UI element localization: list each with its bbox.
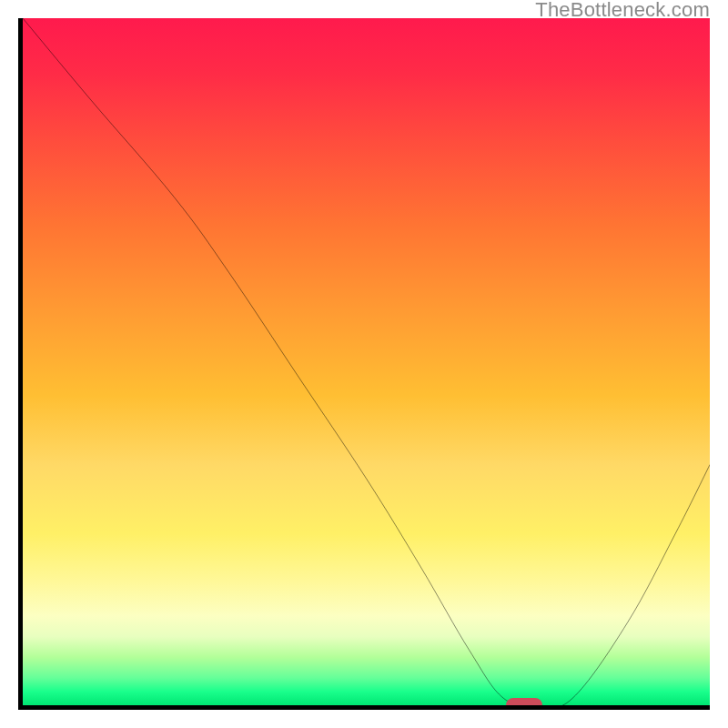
chart-container: TheBottleneck.com [0, 0, 728, 728]
plot-area [18, 18, 710, 710]
bottleneck-curve [23, 18, 710, 705]
optimal-marker [506, 698, 542, 710]
